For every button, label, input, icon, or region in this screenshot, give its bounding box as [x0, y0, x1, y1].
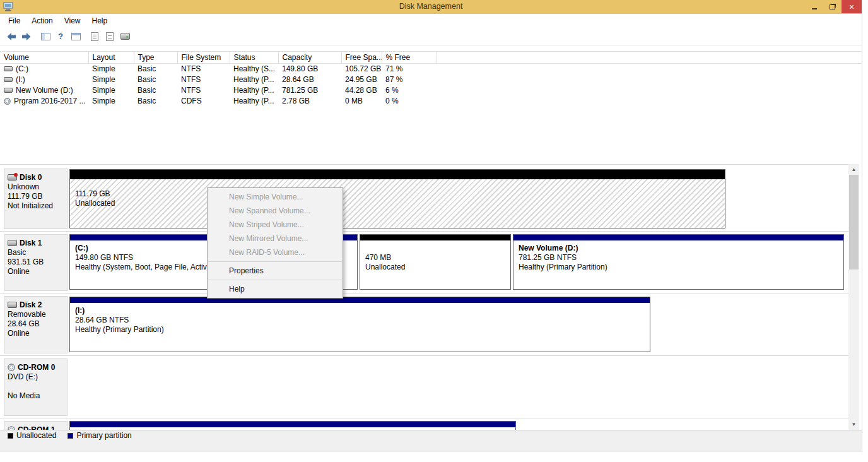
export-doc-icon — [106, 32, 114, 41]
disk0-unallocated-region[interactable]: 111.79 GB Unallocated — [69, 169, 725, 228]
volume-row-c[interactable]: (C:) Simple Basic NTFS Healthy (S... 149… — [0, 64, 862, 74]
col-layout[interactable]: Layout — [88, 52, 134, 64]
restore-icon — [830, 4, 835, 9]
window-list-icon — [71, 33, 81, 40]
console-tree-icon — [41, 33, 50, 40]
minimize-icon — [812, 8, 817, 9]
disk2-icon — [8, 302, 17, 308]
scroll-up-button[interactable]: ▲ — [848, 164, 859, 175]
forward-button[interactable] — [19, 29, 34, 44]
legend-bar: Unallocated Primary partition — [0, 430, 862, 441]
menu-file[interactable]: File — [3, 15, 26, 27]
menu-action[interactable]: Action — [26, 15, 58, 27]
menu-item-new-raid5-volume: New RAID-5 Volume... — [208, 246, 343, 259]
disk-properties-button[interactable] — [117, 29, 132, 44]
col-type[interactable]: Type — [134, 52, 177, 64]
cdrom0-info-panel[interactable]: CD-ROM 0 DVD (E:) No Media — [4, 358, 67, 416]
export-button[interactable] — [102, 29, 117, 44]
window-footer — [0, 441, 862, 452]
primary-partition-band — [70, 297, 650, 303]
partition-i[interactable]: (I:) 28.64 GB NTFS Healthy (Primary Part… — [69, 297, 650, 352]
disk0-info-panel[interactable]: Disk 0 Unknown 111.79 GB Not Initialized — [4, 169, 67, 229]
titlebar: Disk Management × — [0, 0, 862, 14]
back-button[interactable] — [4, 29, 19, 44]
forward-arrow-icon — [21, 32, 32, 41]
scrollbar-thumb[interactable] — [849, 175, 859, 270]
help-button[interactable]: ? — [53, 29, 68, 44]
minimize-button[interactable] — [805, 0, 823, 13]
close-icon: × — [849, 2, 854, 12]
menu-help[interactable]: Help — [86, 15, 114, 27]
help-icon: ? — [58, 32, 63, 41]
menu-view[interactable]: View — [59, 15, 86, 27]
drive-icon — [4, 77, 13, 82]
window-title: Disk Management — [0, 2, 862, 11]
menu-item-new-spanned-volume: New Spanned Volume... — [208, 204, 343, 218]
window-controls: × — [805, 0, 862, 14]
col-pct-free[interactable]: % Free — [382, 52, 437, 64]
volume-row-prgram[interactable]: Prgram 2016-2017 ... Simple Basic CDFS H… — [0, 96, 862, 107]
disk2-info-panel[interactable]: Disk 2 Removable 28.64 GB Online — [4, 296, 67, 353]
disk-row-2: Disk 2 Removable 28.64 GB Online (I:) 28… — [0, 293, 848, 356]
partition-unallocated-470mb[interactable]: 470 MB Unallocated — [360, 234, 511, 290]
not-initialized-badge — [14, 173, 18, 177]
menu-item-properties[interactable]: Properties — [208, 264, 343, 278]
disk1-info-panel[interactable]: Disk 1 Basic 931.51 GB Online — [4, 234, 67, 291]
cdrom0-icon — [8, 364, 15, 371]
partition-d[interactable]: New Volume (D:) 781.25 GB NTFS Healthy (… — [513, 234, 844, 290]
unallocated-legend-label: Unallocated — [16, 431, 56, 440]
disk-row-cdrom0: CD-ROM 0 DVD (E:) No Media — [0, 356, 848, 418]
volume-list-pane: Volume Layout Type File System Status Ca… — [0, 46, 862, 163]
disk-row-1: Disk 1 Basic 931.51 GB Online (C:) 149.8… — [0, 232, 848, 293]
primary-partition-swatch — [67, 433, 73, 439]
unallocated-band — [70, 170, 725, 179]
primary-partition-band — [70, 422, 515, 427]
primary-partition-band — [513, 235, 843, 240]
menubar: File Action View Help — [0, 14, 862, 28]
disk1-icon — [8, 240, 17, 246]
disk-graphical-pane: Disk 0 Unknown 111.79 GB Not Initialized… — [0, 164, 848, 430]
toolbar: ? — [0, 28, 862, 45]
col-free-space[interactable]: Free Spa... — [341, 52, 382, 64]
show-hide-button[interactable] — [68, 29, 83, 44]
drive-icon — [4, 66, 13, 71]
context-menu: New Simple Volume... New Spanned Volume.… — [207, 187, 343, 299]
volume-row-i[interactable]: (I:) Simple Basic NTFS Healthy (P... 28.… — [0, 74, 862, 85]
cdrom1-info-panel[interactable]: CD-ROM 1 — [4, 421, 67, 430]
unallocated-band — [360, 235, 510, 240]
refresh-button[interactable] — [87, 29, 102, 44]
menu-item-new-mirrored-volume: New Mirrored Volume... — [208, 232, 343, 246]
menu-item-help[interactable]: Help — [208, 282, 343, 296]
primary-partition-legend-label: Primary partition — [76, 431, 131, 440]
col-volume[interactable]: Volume — [0, 52, 88, 64]
disc-icon — [4, 98, 11, 105]
disk-management-window: Disk Management × File Action View Help … — [0, 0, 862, 452]
menu-item-new-striped-volume: New Striped Volume... — [208, 218, 343, 232]
disk0-icon — [8, 174, 17, 181]
scroll-down-button[interactable]: ▼ — [848, 419, 859, 430]
col-filler — [437, 52, 862, 64]
col-capacity[interactable]: Capacity — [278, 52, 341, 64]
restore-button[interactable] — [823, 0, 842, 13]
disk-icon — [120, 33, 130, 40]
menu-separator — [208, 280, 342, 280]
disk-row-cdrom1: CD-ROM 1 — [0, 418, 848, 430]
unallocated-swatch — [8, 433, 13, 439]
disk-pane-scrollbar[interactable]: ▲ ▼ — [848, 164, 859, 430]
close-button[interactable]: × — [842, 0, 862, 13]
console-tree-button[interactable] — [38, 29, 53, 44]
cdrom1-partition[interactable] — [69, 421, 516, 430]
col-status[interactable]: Status — [230, 52, 278, 64]
refresh-doc-icon — [91, 32, 98, 41]
volume-table-header: Volume Layout Type File System Status Ca… — [0, 52, 862, 64]
drive-icon — [4, 88, 13, 93]
volume-row-d[interactable]: New Volume (D:) Simple Basic NTFS Health… — [0, 85, 862, 96]
col-file-system[interactable]: File System — [177, 52, 230, 64]
menu-item-new-simple-volume: New Simple Volume... — [208, 190, 343, 204]
volume-table: Volume Layout Type File System Status Ca… — [0, 51, 862, 107]
disk-row-0: Disk 0 Unknown 111.79 GB Not Initialized… — [0, 166, 848, 232]
back-arrow-icon — [6, 32, 16, 41]
menu-separator — [208, 261, 342, 262]
